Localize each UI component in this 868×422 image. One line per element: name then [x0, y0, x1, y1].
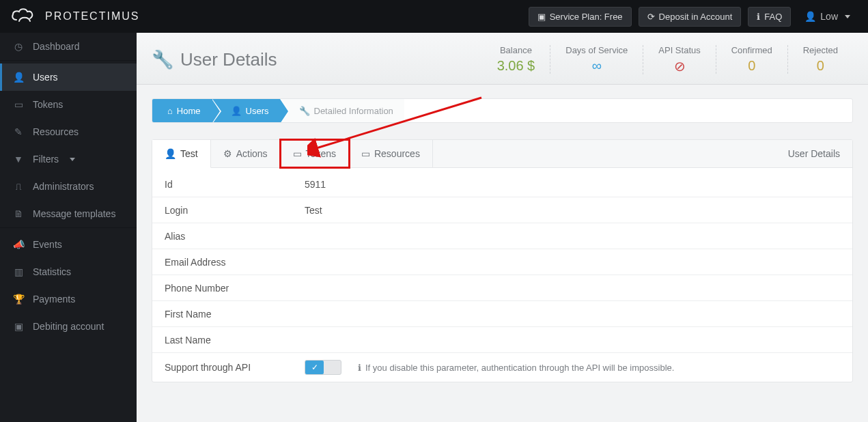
tab-label: Resources [374, 148, 420, 159]
templates-icon: 🗎 [12, 208, 25, 219]
sidebar-group-main: 👤 Users ▭ Tokens ✎ Resources ▼ Filters ⎍… [0, 60, 137, 227]
tokens-icon: ▭ [12, 99, 25, 110]
sidebar-item-filters[interactable]: ▼ Filters [0, 145, 137, 173]
service-plan-button[interactable]: ▣ Service Plan: Free [529, 7, 632, 27]
support-api-toggle[interactable]: ✓ [305, 360, 341, 375]
info-icon: ℹ [358, 363, 361, 373]
sidebar-item-label: Events [33, 239, 62, 250]
breadcrumb-label: Detailed Information [314, 106, 393, 116]
faq-button[interactable]: ℹ FAQ [748, 7, 791, 27]
sidebar-item-label: Message templates [33, 208, 115, 219]
tab-actions[interactable]: ⚙ Actions [211, 140, 281, 167]
deposit-label: Deposit in Account [659, 12, 733, 22]
content: ⌂ Home 👤 Users 🔧 Detailed Information 👤 [137, 85, 868, 396]
user-icon: 👤 [165, 148, 176, 159]
events-icon: 📣 [12, 239, 25, 250]
sidebar-item-tokens[interactable]: ▭ Tokens [0, 91, 137, 118]
stat-label: Days of Service [565, 45, 628, 55]
breadcrumb-home[interactable]: ⌂ Home [152, 99, 212, 122]
page-header: 🔧 User Details Balance 3.06 $ Days of Se… [137, 33, 868, 85]
tabs: 👤 Test ⚙ Actions ▭ Tokens ▭ Resources [152, 140, 852, 168]
field-label: First Name [165, 309, 305, 320]
stat-confirmed: Confirmed 0 [716, 45, 787, 74]
users-icon: 👤 [12, 72, 25, 83]
gear-icon: ⚙ [223, 148, 232, 159]
breadcrumb-detail: 🔧 Detailed Information [280, 99, 404, 122]
sidebar-item-message-templates[interactable]: 🗎 Message templates [0, 200, 137, 227]
wrench-icon: 🔧 [299, 106, 310, 116]
field-label: Login [165, 205, 305, 216]
page-title-text: User Details [180, 49, 277, 70]
user-menu[interactable]: 👤 Low [798, 7, 857, 26]
sidebar-item-events[interactable]: 📣 Events [0, 231, 137, 258]
tab-tokens[interactable]: ▭ Tokens [281, 140, 349, 167]
sidebar-item-label: Debiting account [33, 321, 104, 332]
toggle-knob: ✓ [305, 361, 324, 374]
field-value: ✓ ℹ If you disable this parameter, authe… [305, 360, 840, 375]
debiting-icon: ▣ [12, 321, 25, 332]
stat-label: Balance [497, 45, 535, 55]
row-email: Email Address [152, 249, 852, 275]
breadcrumb: ⌂ Home 👤 Users 🔧 Detailed Information [152, 98, 853, 123]
stat-value: ⊘ [658, 58, 700, 74]
stat-value: 3.06 $ [497, 58, 535, 74]
brand-logo[interactable]: PROTECTIMUS [11, 8, 139, 25]
row-first-name: First Name [152, 300, 852, 326]
sidebar-item-label: Resources [33, 126, 79, 137]
stat-rejected: Rejected 0 [787, 45, 853, 74]
row-support-api: Support through API ✓ ℹ If you disable t… [152, 352, 852, 382]
main: 🔧 User Details Balance 3.06 $ Days of Se… [137, 33, 868, 422]
row-phone: Phone Number [152, 275, 852, 300]
details-table: Id 5911 Login Test Alias Email Address [152, 168, 852, 382]
sidebar-item-label: Dashboard [33, 41, 80, 52]
sidebar-item-administrators[interactable]: ⎍ Administrators [0, 173, 137, 200]
sidebar-item-debiting[interactable]: ▣ Debiting account [0, 313, 137, 340]
logo-icon [11, 8, 38, 25]
header-stats: Balance 3.06 $ Days of Service ∞ API Sta… [482, 45, 853, 74]
breadcrumb-label: Home [177, 106, 201, 116]
sidebar-item-dashboard[interactable]: ◷ Dashboard [0, 33, 137, 60]
sidebar-item-users[interactable]: 👤 Users [0, 64, 137, 91]
statistics-icon: ▥ [12, 266, 25, 277]
sidebar-item-label: Statistics [33, 266, 71, 277]
sidebar-item-payments[interactable]: 🏆 Payments [0, 285, 137, 313]
topbar: PROTECTIMUS ▣ Service Plan: Free ⟳ Depos… [0, 0, 868, 33]
sidebar-item-statistics[interactable]: ▥ Statistics [0, 258, 137, 285]
sidebar-item-label: Administrators [33, 181, 94, 192]
field-label: Phone Number [165, 283, 305, 294]
sidebar-item-resources[interactable]: ✎ Resources [0, 118, 137, 145]
payments-icon: 🏆 [12, 294, 25, 305]
stat-label: Rejected [803, 45, 838, 55]
tab-test[interactable]: 👤 Test [152, 140, 211, 168]
breadcrumb-users[interactable]: 👤 Users [212, 99, 280, 122]
stat-value: 0 [731, 58, 772, 74]
field-label: Alias [165, 231, 305, 242]
sidebar-item-label: Filters [33, 154, 59, 165]
field-label: Last Name [165, 335, 305, 346]
refresh-icon: ⟳ [647, 12, 655, 22]
sidebar-item-label: Users [33, 72, 58, 83]
field-value: 5911 [305, 179, 840, 190]
faq-label: FAQ [764, 12, 782, 22]
tab-label: Test [180, 148, 198, 159]
field-label: Email Address [165, 257, 305, 268]
dashboard-icon: ◷ [12, 41, 25, 52]
row-last-name: Last Name [152, 326, 852, 352]
resources-icon: ▭ [361, 148, 370, 159]
stat-api: API Status ⊘ [643, 45, 715, 74]
stat-label: API Status [658, 45, 700, 55]
stat-value: 0 [803, 58, 838, 74]
user-details-panel: 👤 Test ⚙ Actions ▭ Tokens ▭ Resources [152, 139, 853, 382]
field-label: Support through API [165, 362, 305, 373]
tab-label: Tokens [306, 148, 336, 159]
username: Low [820, 11, 838, 22]
page-title: 🔧 User Details [152, 49, 277, 70]
tab-resources[interactable]: ▭ Resources [349, 140, 433, 167]
layout: ◷ Dashboard 👤 Users ▭ Tokens ✎ Resources… [0, 33, 868, 422]
row-login: Login Test [152, 197, 852, 223]
hint-text: If you disable this parameter, authentic… [365, 363, 674, 373]
stat-value: ∞ [565, 58, 628, 74]
money-icon: ▣ [537, 12, 546, 22]
brand-text: PROTECTIMUS [45, 10, 139, 23]
deposit-button[interactable]: ⟳ Deposit in Account [639, 7, 742, 27]
